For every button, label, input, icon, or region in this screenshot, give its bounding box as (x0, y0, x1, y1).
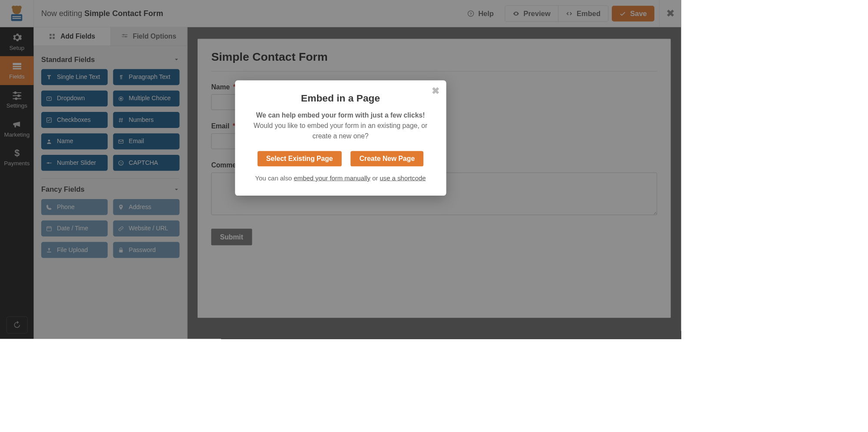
create-new-page-button[interactable]: Create New Page (350, 151, 423, 166)
modal-close-button[interactable]: ✖ (432, 85, 439, 96)
modal-footer: You can also embed your form manually or… (252, 174, 429, 182)
modal-subtext: Would you like to embed your form in an … (252, 121, 429, 141)
embed-modal: ✖ Embed in a Page We can help embed your… (235, 80, 446, 196)
modal-buttons: Select Existing Page Create New Page (252, 151, 429, 166)
use-shortcode-link[interactable]: use a shortcode (380, 174, 426, 181)
close-icon: ✖ (432, 85, 439, 96)
embed-manually-link[interactable]: embed your form manually (294, 174, 370, 181)
modal-lead: We can help embed your form with just a … (252, 111, 429, 119)
modal-title: Embed in a Page (252, 92, 429, 104)
select-existing-page-button[interactable]: Select Existing Page (257, 151, 342, 166)
modal-overlay[interactable]: ✖ Embed in a Page We can help embed your… (0, 0, 681, 339)
